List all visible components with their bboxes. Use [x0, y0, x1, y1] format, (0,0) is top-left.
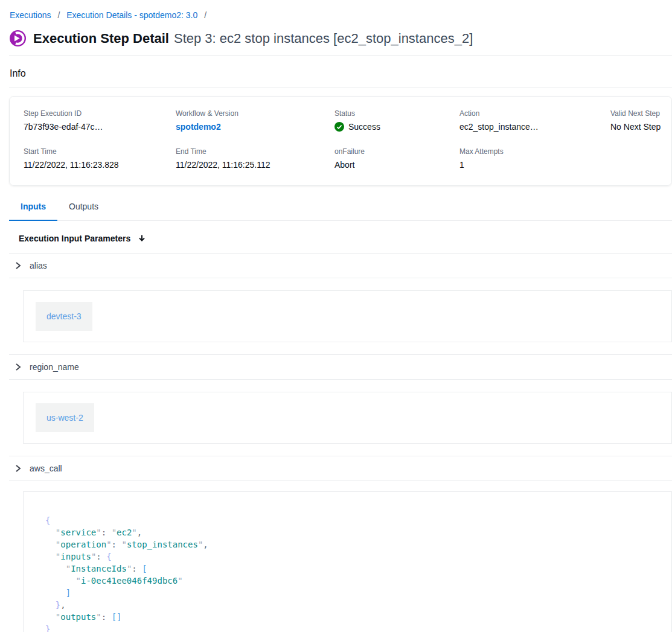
region-name-value-panel: us-west-2	[23, 392, 672, 444]
field-workflow-version: Workflow & Version spotdemo2	[176, 109, 334, 132]
field-action: Action ec2_stop_instance…	[459, 109, 610, 132]
tab-inputs[interactable]: Inputs	[9, 196, 57, 220]
divider	[9, 480, 672, 481]
breadcrumb-execution-details-link[interactable]: Execution Details - spotdemo2: 3.0	[66, 10, 197, 20]
field-valid-next-step: Valid Next Step No Next Step	[610, 109, 671, 132]
arrow-down-icon[interactable]	[137, 234, 147, 243]
field-value: 11/22/2022, 11:16:23.828	[24, 160, 176, 170]
field-onfailure: onFailure Abort	[334, 147, 459, 170]
breadcrumb-separator: /	[204, 10, 206, 20]
field-label: Max Attempts	[459, 147, 610, 156]
page-title: Execution Step Detail	[33, 31, 169, 46]
section-toggle-alias[interactable]: alias	[9, 254, 672, 278]
field-label: Status	[334, 109, 459, 118]
status-text: Success	[348, 122, 380, 132]
field-value: 7b73f93e-edaf-47c…	[24, 122, 176, 132]
field-value: No Next Step	[610, 122, 671, 132]
info-section-heading: Info	[9, 56, 672, 88]
field-value: 11/22/2022, 11:16:25.112	[176, 160, 334, 170]
field-label: Step Execution ID	[24, 109, 176, 118]
field-label: onFailure	[334, 147, 459, 156]
chevron-right-icon	[14, 464, 22, 473]
region-name-value-chip: us-west-2	[36, 403, 94, 432]
field-label: Start Time	[24, 147, 176, 156]
section-label: aws_call	[30, 464, 62, 473]
breadcrumb-separator: /	[57, 10, 60, 20]
workflow-link[interactable]: spotdemo2	[176, 122, 221, 132]
divider	[9, 379, 672, 380]
field-status: Status Success	[334, 109, 459, 132]
workflow-app-icon	[10, 30, 26, 46]
aws-call-code-block: { "service": "ec2", "operation": "stop_i…	[45, 514, 659, 632]
section-toggle-region-name[interactable]: region_name	[9, 355, 672, 379]
tabs: Inputs Outputs	[9, 196, 672, 221]
page-subtitle: Step 3: ec2 stop instances [ec2_stop_ins…	[174, 31, 473, 46]
chevron-right-icon	[14, 261, 22, 270]
field-label: Workflow & Version	[176, 109, 334, 118]
success-check-icon	[334, 122, 344, 132]
field-value: Abort	[334, 160, 459, 170]
alias-value-chip: devtest-3	[36, 302, 92, 331]
execution-input-parameters-header: Execution Input Parameters	[9, 221, 672, 253]
section-label: alias	[30, 261, 47, 270]
field-value: ec2_stop_instance…	[459, 122, 610, 132]
section-label: region_name	[30, 362, 79, 372]
field-label: Valid Next Step	[610, 109, 671, 118]
tab-outputs[interactable]: Outputs	[57, 196, 110, 220]
divider	[9, 278, 672, 278]
field-step-execution-id: Step Execution ID 7b73f93e-edaf-47c…	[24, 109, 176, 132]
chevron-right-icon	[14, 362, 22, 372]
field-end-time: End Time 11/22/2022, 11:16:25.112	[176, 147, 334, 170]
field-label: Action	[459, 109, 610, 118]
execution-input-parameters-heading: Execution Input Parameters	[19, 234, 130, 243]
field-label: End Time	[176, 147, 334, 156]
aws-call-value-panel: { "service": "ec2", "operation": "stop_i…	[23, 491, 672, 632]
page-header: Execution Step DetailStep 3: ec2 stop in…	[9, 26, 672, 55]
info-card: Step Execution ID 7b73f93e-edaf-47c… Wor…	[9, 96, 672, 186]
alias-value-panel: devtest-3	[23, 290, 672, 342]
breadcrumb: Executions / Execution Details - spotdem…	[9, 0, 672, 26]
section-toggle-aws-call[interactable]: aws_call	[9, 456, 672, 480]
field-max-attempts: Max Attempts 1	[459, 147, 610, 170]
divider	[9, 88, 672, 88]
execution-step-detail-page: Executions / Execution Details - spotdem…	[0, 0, 672, 632]
breadcrumb-executions-link[interactable]: Executions	[10, 10, 51, 20]
field-start-time: Start Time 11/22/2022, 11:16:23.828	[24, 147, 176, 170]
field-value: 1	[459, 160, 610, 170]
